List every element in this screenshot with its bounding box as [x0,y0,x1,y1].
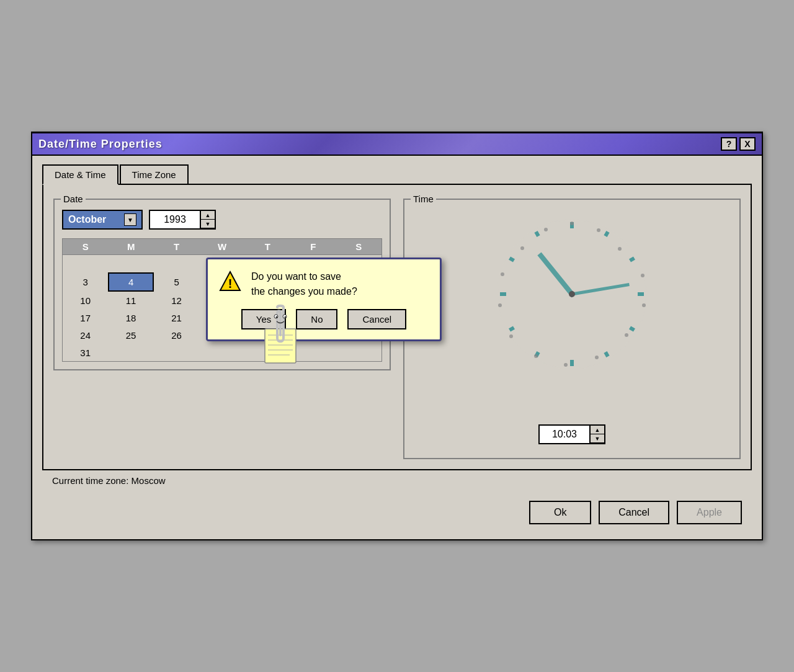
cal-cell [63,255,108,272]
close-button[interactable]: X [739,137,756,151]
month-dropdown-icon[interactable]: ▼ [124,213,136,226]
svg-point-25 [520,246,524,250]
svg-rect-9 [509,326,515,331]
svg-rect-12 [534,231,540,237]
dialog-overlay: ! Do you want to save the changes you ma… [206,258,442,341]
day-header-mon: M [108,239,153,254]
bottom-buttons: Ok Cancel Apple [42,491,752,532]
cal-day-31[interactable]: 31 [63,344,108,361]
time-section: Time [403,195,741,459]
svg-point-29 [569,291,575,297]
svg-point-41 [285,316,287,318]
cal-cell [154,255,199,272]
calendar-header: S M T W T F S [62,238,382,255]
date-label: Date [61,194,86,204]
day-header-thu: T [245,239,290,254]
time-up-button[interactable]: ▲ [591,426,604,434]
time-spinner: ▲ ▼ [589,426,604,443]
clippy-svg [256,304,305,366]
svg-rect-4 [638,292,644,296]
svg-point-40 [276,316,278,318]
cal-cell [108,344,153,361]
month-year-row: October ▼ 1993 ▲ ▼ [62,210,382,230]
dialog-message: Do you want to save the changes you made… [251,269,357,299]
title-bar-buttons: ? X [721,137,756,151]
cal-day-21[interactable]: 21 [154,309,199,326]
timezone-status: Current time zone: Moscow [52,475,166,486]
svg-rect-3 [629,256,635,262]
cal-day-3[interactable]: 3 [63,272,108,292]
clock-svg [491,213,653,375]
status-bar: Current time zone: Moscow [42,470,752,491]
cal-day-25b[interactable]: 25 [108,326,153,344]
main-window: Date/Time Properties ? X Date & Time Tim… [31,132,763,540]
help-button[interactable]: ? [721,137,737,151]
ok-button[interactable]: Ok [529,501,591,524]
svg-rect-6 [604,351,609,357]
svg-point-16 [641,274,645,277]
svg-line-27 [541,256,572,294]
svg-point-24 [501,272,504,276]
cal-day-4[interactable]: 4 [108,272,153,292]
tabs-container: Date & Time Time Zone [42,163,752,184]
year-value: 1993 [150,212,200,228]
svg-point-20 [564,363,568,367]
warning-icon: ! [218,269,243,294]
cal-cell [154,344,199,361]
year-up-button[interactable]: ▲ [201,211,215,220]
title-bar: Date/Time Properties ? X [32,133,762,156]
cal-day-26[interactable]: 26 [154,326,199,344]
day-header-tue: T [154,239,199,254]
svg-point-23 [498,303,502,307]
time-down-button[interactable]: ▼ [591,434,604,443]
time-input-row: 10:03 ▲ ▼ [538,424,605,444]
dialog-text-line1: Do you want to save [251,269,357,284]
dialog-content: ! Do you want to save the changes you ma… [218,269,430,299]
month-select[interactable]: October ▼ [62,210,143,230]
apply-button[interactable]: Apple [677,501,742,524]
day-header-sun: S [63,239,108,254]
time-value[interactable]: 10:03 [540,426,589,442]
cal-cell [199,344,244,361]
svg-rect-10 [500,292,506,296]
day-header-fri: F [290,239,336,254]
cal-day-11[interactable]: 11 [108,292,153,309]
clock-face [491,213,653,375]
year-spinner: ▲ ▼ [200,211,215,228]
svg-rect-7 [570,360,574,366]
dialog-cancel-button[interactable]: Cancel [347,309,406,329]
cal-day-18[interactable]: 18 [108,309,153,326]
svg-point-22 [509,334,513,338]
svg-point-26 [544,228,548,231]
cal-day-5[interactable]: 5 [154,272,199,292]
svg-point-13 [570,222,574,225]
window-content: Date & Time Time Zone Date October ▼ [32,156,762,539]
month-value: October [68,214,106,225]
svg-rect-2 [604,231,609,237]
cal-cell [108,255,153,272]
cal-day-17[interactable]: 17 [63,309,108,326]
year-down-button[interactable]: ▼ [201,220,215,228]
cal-day-12[interactable]: 12 [154,292,199,309]
dialog-buttons: Yes No Cancel [218,309,430,329]
day-header-sat: S [336,239,381,254]
tab-timezone[interactable]: Time Zone [120,164,189,185]
time-label: Time [411,194,436,204]
tab-datetime[interactable]: Date & Time [42,164,118,185]
cancel-button[interactable]: Cancel [599,501,669,524]
window-title: Date/Time Properties [38,138,163,151]
svg-point-15 [618,247,622,251]
svg-point-14 [597,228,600,232]
svg-point-19 [595,356,599,359]
cal-cell [336,344,381,361]
svg-point-18 [625,333,628,337]
svg-rect-5 [629,326,635,331]
cal-day-24b[interactable]: 24 [63,326,108,344]
time-group-box: Time [403,199,741,459]
dialog-text-line2: the changes you made? [251,284,357,299]
svg-point-17 [642,303,646,307]
year-field: 1993 ▲ ▼ [149,210,216,230]
svg-rect-11 [509,256,515,262]
cal-day-10[interactable]: 10 [63,292,108,309]
time-field: 10:03 ▲ ▼ [538,424,605,444]
